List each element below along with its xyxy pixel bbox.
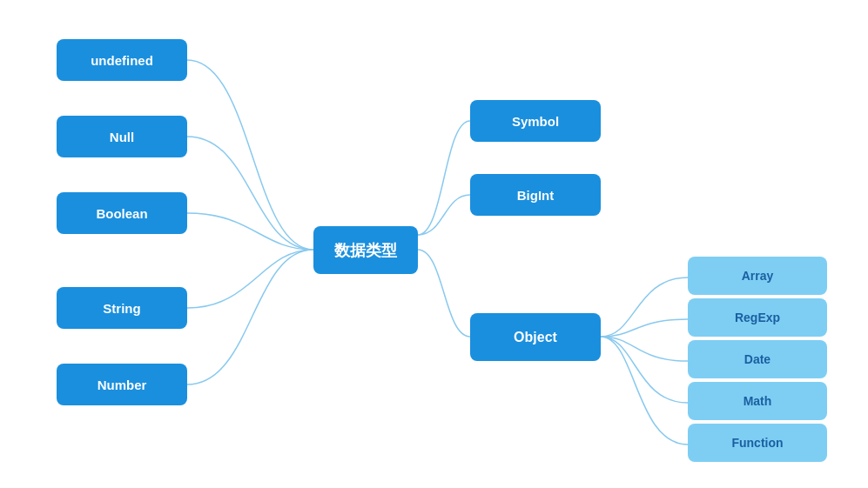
node-boolean: Boolean xyxy=(57,192,187,234)
node-number: Number xyxy=(57,364,187,405)
node-function: Function xyxy=(688,424,827,462)
node-math: Math xyxy=(688,382,827,420)
node-bigint: BigInt xyxy=(470,174,601,216)
node-regexp: RegExp xyxy=(688,298,827,337)
center-node: 数据类型 xyxy=(313,226,418,274)
node-array: Array xyxy=(688,257,827,295)
node-date: Date xyxy=(688,340,827,378)
node-undefined: undefined xyxy=(57,39,187,81)
node-null: Null xyxy=(57,116,187,157)
mind-map-diagram: 数据类型 undefined Null Boolean String Numbe… xyxy=(0,0,868,488)
node-object: Object xyxy=(470,313,601,361)
node-string: String xyxy=(57,287,187,329)
node-symbol: Symbol xyxy=(470,100,601,142)
